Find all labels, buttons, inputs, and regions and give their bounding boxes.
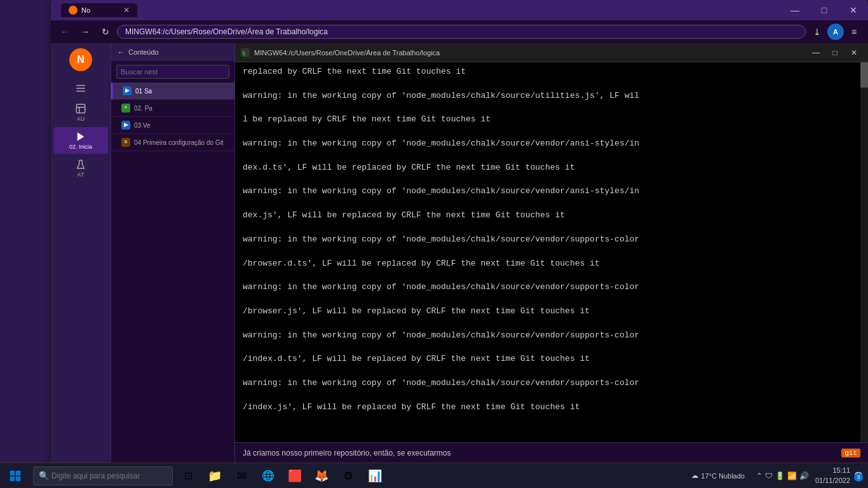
flask-icon	[75, 159, 86, 170]
terminal-scrollbar[interactable]	[860, 62, 868, 442]
windows-logo-icon	[9, 470, 22, 482]
back-arrow-icon[interactable]: ←	[118, 48, 125, 56]
main-content: N AU	[51, 43, 868, 463]
book-icon	[75, 103, 86, 114]
sidebar-item-inicio[interactable]: 02. Inicia	[53, 127, 108, 154]
course-panel-header: ← Conteúdo	[111, 43, 234, 61]
download-icon[interactable]: ⤓	[808, 23, 826, 41]
svg-rect-12	[16, 476, 21, 481]
sidebar: N AU	[51, 43, 111, 463]
volume-icon[interactable]: 🔊	[799, 471, 809, 480]
task-view-icon[interactable]: ⊡	[175, 463, 201, 489]
start-button[interactable]	[0, 463, 31, 489]
address-bar[interactable]: MINGW64:/c/Users/Rose/OneDrive/Área de T…	[117, 25, 806, 39]
terminal-scrollbar-thumb[interactable]	[860, 62, 868, 88]
taskbar-search[interactable]: 🔍	[33, 466, 173, 485]
sidebar-item-au[interactable]: AU	[53, 99, 108, 126]
terminal-line-12: warning: in the working copy of 'node_mo…	[243, 330, 860, 342]
taskbar-system-tray: ☁ 17°C Nublado ⌃ 🛡 🔋 📶 🔊 15:11 01/11/202…	[686, 466, 868, 485]
course-section-3: ▶ 03 Ve	[111, 117, 234, 134]
course-section-1: ▶ 01 Sa	[111, 83, 234, 100]
sidebar-item-at[interactable]: AT	[53, 155, 108, 182]
course-section-2: + 02. Pa	[111, 100, 234, 117]
menu-icon[interactable]: ≡	[845, 23, 863, 41]
course-item-git[interactable]: ≡ 04 Primeira configuração do Git	[111, 134, 234, 151]
sidebar-label-at: AT	[78, 172, 85, 178]
profile-button[interactable]: A	[827, 24, 844, 40]
terminal-area: $ MINGW64:/c/Users/Rose/OneDrive/Área de…	[235, 43, 868, 463]
office-icon[interactable]: 🟥	[282, 463, 308, 489]
maximize-button[interactable]: □	[810, 0, 839, 20]
mail-icon[interactable]: ✉	[229, 463, 254, 489]
status-bar: Já criamos nosso primeiro repositório, e…	[235, 442, 868, 463]
course-item-sal[interactable]: ▶ 01 Sa	[111, 83, 234, 99]
sidebar-label-au: AU	[77, 116, 85, 122]
svg-rect-10	[16, 470, 21, 475]
course-item-pa[interactable]: + 02. Pa	[111, 100, 234, 116]
browser-tab-active[interactable]: No ✕	[61, 3, 137, 17]
sidebar-nav: AU 02. Inicia AT	[51, 76, 111, 184]
terminal-titlebar: $ MINGW64:/c/Users/Rose/OneDrive/Área de…	[235, 43, 868, 62]
tab-favicon	[69, 6, 78, 15]
forward-button[interactable]: →	[76, 23, 94, 41]
notification-badge: 3	[854, 473, 863, 482]
file-explorer-icon[interactable]: 📁	[202, 463, 227, 489]
antivirus-icon[interactable]: 🛡	[765, 471, 773, 480]
status-text: Já criamos nosso primeiro repositório, e…	[243, 449, 837, 458]
toolbar-actions: ⤓ A ≡	[808, 23, 863, 41]
edge-icon[interactable]: 🌐	[255, 463, 281, 489]
terminal-line-1: replaced by CRLF the next time Git touch…	[243, 66, 860, 78]
taskbar-search-input[interactable]	[51, 471, 166, 480]
weather-widget[interactable]: ☁ 17°C Nublado	[686, 471, 750, 480]
course-item-ve[interactable]: ▶ 03 Ve	[111, 117, 234, 133]
settings-icon[interactable]: ⚙	[336, 463, 361, 489]
tab-close-button[interactable]: ✕	[123, 6, 130, 15]
close-button[interactable]: ✕	[839, 0, 868, 20]
sidebar-logo[interactable]: N	[51, 43, 111, 76]
wifi-icon[interactable]: 📶	[787, 471, 797, 480]
notification-center[interactable]: 💬 3	[854, 471, 863, 480]
terminal-maximize-btn[interactable]: □	[826, 46, 844, 60]
terminal-title: MINGW64:/c/Users/Rose/OneDrive/Área de T…	[254, 49, 807, 57]
terminal-line-8: warning: in the working copy of 'node_mo…	[243, 234, 860, 246]
taskbar: 🔍 ⊡ 📁 ✉ 🌐 🟥 🦊 ⚙ 📊 ☁ 17°C Nublado ⌃ 🛡 🔋 📶…	[0, 463, 868, 488]
back-button[interactable]: ←	[56, 23, 74, 41]
weather-icon: ☁	[691, 471, 698, 480]
terminal-output: replaced by CRLF the next time Git touch…	[235, 62, 868, 423]
git-code-badge: git	[841, 449, 860, 458]
time-display: 15:11	[815, 466, 850, 475]
browser-tabs: No ✕	[56, 3, 142, 17]
terminal-window[interactable]: replaced by CRLF the next time Git touch…	[235, 62, 868, 442]
terminal-line-2: warning: in the working copy of 'node_mo…	[243, 90, 860, 102]
course-search-area	[111, 61, 234, 83]
browser-window: No ✕ — □ ✕ ← → ↻ MINGW64:/c/Users/Rose/O…	[51, 0, 868, 463]
terminal-minimize-btn[interactable]: —	[807, 46, 825, 60]
play-icon: ▶	[123, 86, 132, 95]
svg-text:$: $	[242, 50, 245, 57]
course-search-input[interactable]	[116, 65, 229, 79]
browser-frame-top: No ✕ — □ ✕	[51, 0, 868, 20]
svg-rect-9	[10, 470, 15, 475]
course-list: ▶ 01 Sa + 02. Pa ▶ 03 Ve	[111, 83, 234, 463]
reload-button[interactable]: ↻	[97, 23, 114, 41]
firefox-icon[interactable]: 🦊	[309, 463, 334, 489]
course-item-label-sal: 01 Sa	[135, 87, 152, 95]
svg-marker-6	[78, 132, 85, 141]
address-text: MINGW64:/c/Users/Rose/OneDrive/Área de T…	[125, 27, 797, 36]
terminal-line-10: warning: in the working copy of 'node_mo…	[243, 281, 860, 294]
terminal-line-3: l be replaced by CRLF the next time Git …	[243, 114, 860, 126]
sidebar-item-menu[interactable]	[53, 79, 108, 98]
clock[interactable]: 15:11 01/11/2022	[815, 466, 850, 485]
panel-header-text: Conteúdo	[128, 48, 159, 56]
svg-rect-3	[76, 104, 85, 113]
terminal-line-5: dex.d.ts', LF will be replaced by CRLF t…	[243, 162, 860, 174]
maps-icon[interactable]: 📊	[362, 463, 388, 489]
terminal-line-15: /index.js', LF will be replaced by CRLF …	[243, 402, 860, 414]
logo-circle: N	[69, 48, 92, 71]
course-section-4: ≡ 04 Primeira configuração do Git	[111, 134, 234, 151]
terminal-close-btn[interactable]: ✕	[845, 46, 863, 60]
course-item-label-ve: 03 Ve	[134, 121, 151, 130]
show-hidden-icons[interactable]: ⌃	[756, 471, 763, 480]
minimize-button[interactable]: —	[780, 0, 810, 20]
terminal-line-4: warning: in the working copy of 'node_mo…	[243, 138, 860, 150]
